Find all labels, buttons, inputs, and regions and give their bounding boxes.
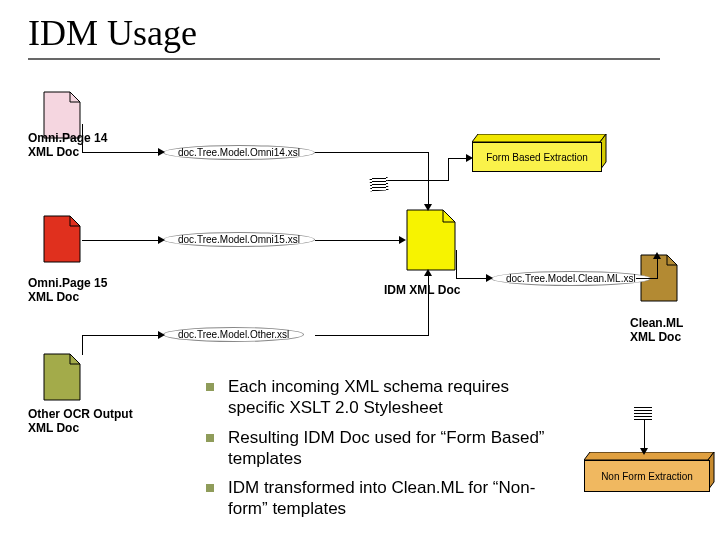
arrow xyxy=(456,278,488,279)
svg-marker-0 xyxy=(472,134,606,142)
arrow xyxy=(448,158,449,181)
nonform-extraction-label: Non Form Extraction xyxy=(584,460,710,492)
arrow xyxy=(82,335,83,355)
omni15-doc-icon xyxy=(43,215,81,263)
arrow-head-icon xyxy=(158,236,165,244)
bullet-icon xyxy=(206,434,214,442)
other-doc-icon xyxy=(43,353,81,401)
page-title: IDM Usage xyxy=(28,12,197,54)
bullet-item: Resulting IDM Doc used for “Form Based” … xyxy=(186,427,558,470)
arrow xyxy=(82,152,160,153)
bullet-item: Each incoming XML schema requires specif… xyxy=(186,376,558,419)
xsl-omni14-oval: doc.Tree.Model.Omni14.xsl xyxy=(163,145,315,160)
bullet-text: IDM transformed into Clean.ML for “Non-f… xyxy=(228,477,558,520)
arrow-head-icon xyxy=(466,154,473,162)
arrow-head-icon xyxy=(158,148,165,156)
arrow xyxy=(657,258,658,279)
arrow xyxy=(82,240,160,241)
nonform-extraction-box: Non Form Extraction xyxy=(584,452,710,494)
bullet-icon xyxy=(206,484,214,492)
arrow-head-icon xyxy=(399,236,406,244)
title-underline xyxy=(28,58,660,60)
bullet-text: Resulting IDM Doc used for “Form Based” … xyxy=(228,427,558,470)
striped-connector-icon xyxy=(634,406,652,420)
bullet-icon xyxy=(206,383,214,391)
arrow xyxy=(428,274,429,336)
cleanml-label: Clean.ML XML Doc xyxy=(630,316,710,344)
bullet-text: Each incoming XML schema requires specif… xyxy=(228,376,558,419)
arrow xyxy=(448,158,468,159)
arrow xyxy=(82,335,160,336)
svg-marker-2 xyxy=(584,452,714,460)
arrow xyxy=(388,180,448,181)
xsl-omni15-oval: doc.Tree.Model.Omni15.xsl xyxy=(163,232,315,247)
form-extraction-label: Form Based Extraction xyxy=(472,142,602,172)
omni15-label: Omni.Page 15 XML Doc xyxy=(28,276,118,304)
striped-connector-icon xyxy=(370,176,389,191)
arrow xyxy=(82,124,83,152)
arrow xyxy=(315,152,429,153)
arrow xyxy=(428,152,429,206)
xsl-other-oval: doc.Tree.Model.Other.xsl xyxy=(163,327,304,342)
arrow xyxy=(456,250,457,278)
arrow xyxy=(636,278,658,279)
arrow xyxy=(644,420,645,450)
arrow-head-icon xyxy=(640,448,648,455)
bullet-item: IDM transformed into Clean.ML for “Non-f… xyxy=(186,477,558,520)
form-extraction-box: Form Based Extraction xyxy=(472,134,602,174)
arrow-head-icon xyxy=(653,252,661,259)
bullet-list: Each incoming XML schema requires specif… xyxy=(186,376,558,528)
arrow xyxy=(315,240,401,241)
arrow-head-icon xyxy=(486,274,493,282)
idm-doc-icon xyxy=(406,209,456,271)
arrow-head-icon xyxy=(424,269,432,276)
arrow-head-icon xyxy=(424,204,432,211)
idm-label: IDM XML Doc xyxy=(384,283,460,297)
omni14-label: Omni.Page 14 XML Doc xyxy=(28,131,118,159)
arrow-head-icon xyxy=(158,331,165,339)
xsl-cleanml-oval: doc.Tree.Model.Clean.ML.xsl xyxy=(491,271,651,286)
arrow xyxy=(315,335,428,336)
other-label: Other OCR Output XML Doc xyxy=(28,407,138,435)
